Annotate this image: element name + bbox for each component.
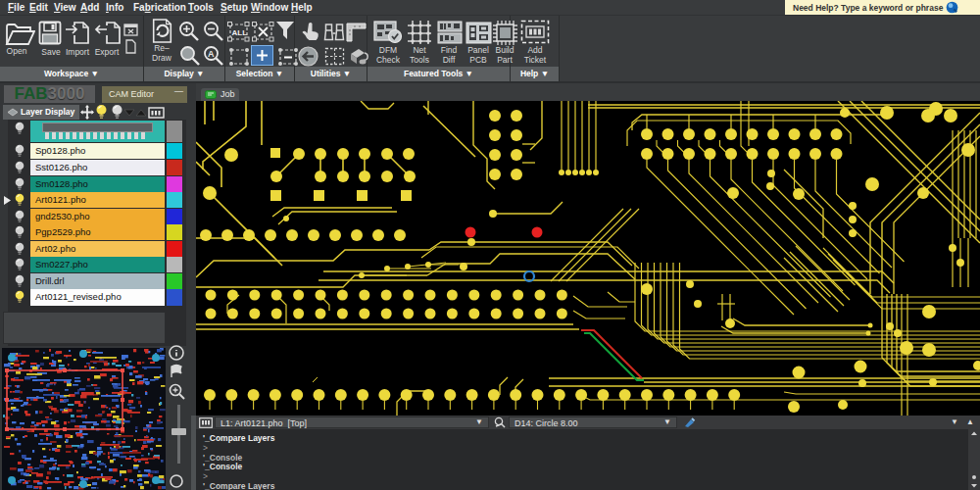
svg-text:ALL: ALL bbox=[232, 28, 248, 37]
svg-text:A: A bbox=[208, 49, 215, 59]
